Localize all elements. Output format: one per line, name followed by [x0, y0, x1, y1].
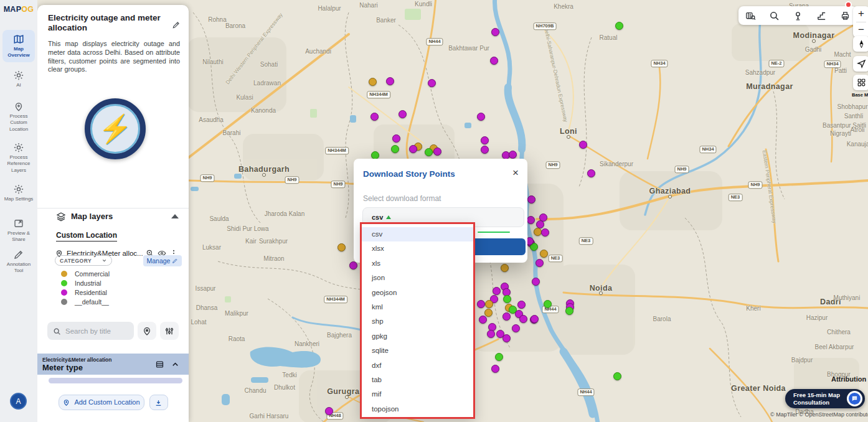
category-select[interactable]: CATEGORY — [55, 255, 112, 266]
data-point-residential[interactable] — [477, 113, 485, 121]
format-option-geojson[interactable]: geojson — [362, 286, 473, 300]
data-point-commercial[interactable] — [534, 228, 542, 236]
sidebar-item-ai[interactable]: AI — [2, 70, 35, 88]
data-point-residential[interactable] — [479, 316, 487, 324]
geolocate-button[interactable] — [853, 56, 868, 72]
format-option-csv[interactable]: csv — [362, 227, 473, 241]
manage-button[interactable]: Manage — [143, 255, 182, 266]
sidebar-item-process-custom-location[interactable]: Process Custom Location — [2, 101, 35, 133]
data-point-commercial[interactable] — [485, 300, 493, 308]
measure-icon[interactable] — [816, 11, 827, 21]
data-point-residential[interactable] — [349, 261, 357, 270]
format-option-shp[interactable]: shp — [362, 314, 473, 329]
compass-button[interactable] — [853, 36, 868, 52]
data-point-residential[interactable] — [487, 330, 495, 338]
data-point-residential[interactable] — [519, 315, 527, 323]
sidebar-item-map-settings[interactable]: Map Settings — [2, 184, 35, 202]
data-point-residential[interactable] — [481, 136, 489, 144]
print-icon[interactable] — [840, 11, 851, 21]
search-input[interactable]: Search by title — [47, 322, 134, 340]
data-point-residential[interactable] — [491, 365, 499, 373]
data-point-residential[interactable] — [527, 216, 535, 224]
data-point-residential[interactable] — [490, 57, 498, 65]
data-point-industrial[interactable] — [565, 307, 573, 315]
edit-pencil-icon[interactable] — [172, 21, 181, 29]
data-point-residential[interactable] — [531, 315, 539, 323]
data-point-commercial[interactable] — [369, 78, 377, 86]
data-point-residential[interactable] — [409, 145, 417, 153]
data-point-residential[interactable] — [399, 110, 407, 118]
format-option-dxf[interactable]: dxf — [362, 359, 473, 373]
custom-location-heading: Custom Location — [56, 231, 117, 241]
place-icon[interactable] — [793, 11, 803, 21]
format-option-gpkg[interactable]: gpkg — [362, 329, 473, 344]
data-point-residential[interactable] — [477, 300, 485, 308]
meter-slider-bar[interactable] — [49, 378, 182, 383]
locate-points-button[interactable] — [138, 322, 156, 340]
table-icon[interactable] — [155, 360, 164, 369]
format-option-sqlite[interactable]: sqlite — [362, 344, 473, 358]
data-point-industrial[interactable] — [371, 151, 379, 159]
data-point-residential[interactable] — [541, 228, 549, 237]
sidebar-item-annotation-tool[interactable]: Annotation Tool — [2, 249, 35, 274]
format-option-mif[interactable]: mif — [362, 387, 473, 401]
filter-button[interactable] — [160, 322, 179, 340]
close-icon[interactable]: × — [512, 167, 519, 179]
collapse-triangle-icon[interactable] — [171, 214, 179, 218]
data-point-residential[interactable] — [587, 169, 595, 177]
zoom-out-button[interactable]: − — [858, 22, 864, 38]
meter-card-header[interactable]: Electricity&Meter allocation Meter type — [37, 354, 189, 375]
data-point-residential[interactable] — [392, 134, 400, 143]
data-point-residential[interactable] — [517, 301, 526, 309]
format-option-xls[interactable]: xls — [362, 256, 473, 271]
data-point-industrial[interactable] — [613, 372, 621, 380]
download-layer-button[interactable] — [149, 395, 168, 410]
data-point-commercial[interactable] — [337, 243, 346, 251]
data-point-residential[interactable] — [370, 113, 379, 121]
format-option-json[interactable]: json — [362, 271, 473, 285]
data-point-residential[interactable] — [428, 79, 436, 87]
format-option-xlsx[interactable]: xlsx — [362, 241, 473, 256]
map-layers-header[interactable]: Map layers — [37, 208, 189, 224]
data-point-residential[interactable] — [502, 312, 511, 321]
data-point-residential[interactable] — [527, 195, 535, 204]
zoom-in-button[interactable]: + — [858, 6, 864, 22]
base-map-button[interactable] — [853, 75, 868, 90]
data-point-industrial[interactable] — [503, 295, 511, 303]
data-point-residential[interactable] — [512, 324, 520, 332]
data-point-commercial[interactable] — [484, 309, 493, 317]
data-point-residential[interactable] — [491, 28, 499, 36]
format-option-tab[interactable]: tab — [362, 373, 473, 387]
search-icon[interactable] — [769, 11, 780, 21]
data-point-residential[interactable] — [579, 141, 587, 149]
data-point-residential[interactable] — [325, 407, 333, 415]
data-point-commercial[interactable] — [501, 264, 509, 272]
data-point-industrial[interactable] — [425, 148, 433, 156]
app-logo[interactable]: MAPOG — [0, 5, 37, 14]
sidebar-item-map-overview[interactable]: Map Overview — [2, 30, 35, 62]
user-avatar[interactable]: A — [10, 393, 27, 410]
project-logo: ⚡ — [85, 98, 146, 159]
data-point-residential[interactable] — [502, 334, 511, 342]
data-point-industrial[interactable] — [544, 300, 552, 308]
data-point-residential[interactable] — [535, 259, 544, 267]
sidebar-item-preview-share[interactable]: Preview & Share — [2, 218, 35, 243]
data-point-residential[interactable] — [386, 77, 394, 85]
sidebar-item-process-reference-layers[interactable]: Process Reference Layers — [2, 142, 35, 174]
data-point-residential[interactable] — [532, 278, 540, 286]
data-point-residential[interactable] — [509, 151, 517, 159]
data-point-industrial[interactable] — [615, 22, 623, 30]
data-point-residential[interactable] — [481, 146, 489, 154]
format-option-topojson[interactable]: topojson — [362, 402, 473, 416]
data-point-commercial[interactable] — [540, 250, 548, 258]
format-option-kml[interactable]: kml — [362, 300, 473, 314]
data-point-industrial[interactable] — [391, 145, 399, 153]
data-point-industrial[interactable] — [495, 353, 503, 361]
data-point-residential[interactable] — [433, 148, 441, 156]
add-custom-location-button[interactable]: Add Custom Location — [59, 395, 144, 410]
data-point-residential[interactable] — [536, 220, 544, 228]
data-point-residential[interactable] — [493, 287, 501, 295]
chevron-up-icon[interactable] — [171, 360, 180, 369]
map-search-icon[interactable] — [745, 11, 756, 21]
consultation-chat-button[interactable]: Free 15-min MapConsultation — [785, 389, 865, 408]
